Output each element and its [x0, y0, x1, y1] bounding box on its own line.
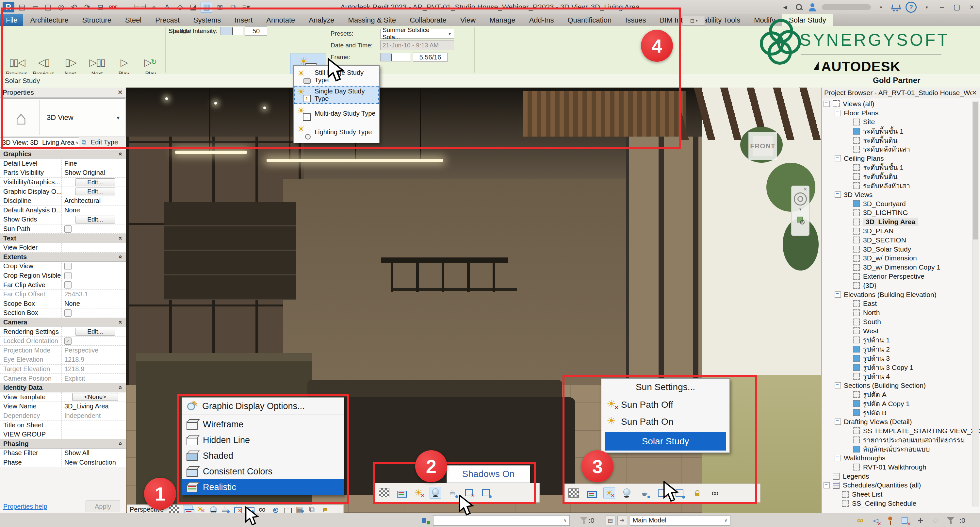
- tree-item[interactable]: รูปด้าน 1: [822, 336, 969, 345]
- property-row[interactable]: Section Box: [0, 309, 126, 318]
- filter-icon[interactable]: [945, 514, 956, 526]
- visual-style-icon[interactable]: [183, 505, 193, 514]
- select-elements-by-face-icon[interactable]: [900, 514, 912, 526]
- tree-item[interactable]: รูปด้าน 3: [822, 353, 969, 363]
- tree-expander-icon[interactable]: [835, 110, 841, 116]
- tree-item[interactable]: ระดับพื้นดิน: [822, 135, 969, 145]
- temporary-hide-isolate-icon[interactable]: [270, 505, 280, 514]
- tree-item[interactable]: ระดับพื้นดิน: [822, 172, 969, 181]
- tree-floor-plans[interactable]: Floor Plans: [822, 108, 969, 118]
- property-row[interactable]: Rendering Settings Edit...Edit...: [0, 327, 126, 336]
- close-button[interactable]: ×: [967, 2, 977, 12]
- displaced-elements-icon[interactable]: [307, 505, 317, 514]
- checkbox[interactable]: [64, 225, 72, 232]
- edit-button[interactable]: Edit...: [75, 188, 115, 195]
- tree-3d-living-area[interactable]: 3D_Living Area: [822, 217, 969, 226]
- help-dropdown-icon[interactable]: ▾: [922, 2, 932, 12]
- tree-ceiling-plans[interactable]: Ceiling Plans: [822, 154, 969, 163]
- properties-help-link[interactable]: Properties help: [3, 503, 86, 510]
- show-rendering-dialog-icon[interactable]: [220, 505, 230, 514]
- tree-views-all[interactable]: Views (all): [822, 99, 969, 108]
- property-row[interactable]: Locked Orientation: [0, 336, 126, 346]
- background-processes-icon[interactable]: [930, 514, 942, 526]
- property-row[interactable]: Visibility/Graphics... Edit...Edit...: [0, 178, 126, 187]
- select-underlay-elements-icon[interactable]: [870, 514, 881, 526]
- reveal-constraints-icon[interactable]: [320, 505, 329, 514]
- tree-expander-icon[interactable]: [824, 100, 830, 107]
- steering-wheel-icon[interactable]: [794, 193, 807, 205]
- tree-item[interactable]: SS TEMPLATE_STARTING VIEW_2021: [822, 427, 969, 436]
- account-icon[interactable]: [808, 3, 817, 11]
- minimize-button[interactable]: –: [937, 2, 947, 12]
- edit-button[interactable]: <None>: [72, 393, 119, 401]
- property-row[interactable]: Graphics: [0, 150, 126, 159]
- tree-walkthroughs[interactable]: Walkthroughs: [822, 454, 969, 463]
- property-row[interactable]: Extents: [0, 253, 126, 262]
- tree-item[interactable]: 3D_w/ Dimension: [822, 254, 969, 263]
- checkbox[interactable]: [64, 281, 72, 288]
- property-row[interactable]: Projection Mode PerspectivePerspective: [0, 345, 126, 355]
- account-dropdown-icon[interactable]: ▾: [876, 2, 886, 12]
- collapse-chevron-icon[interactable]: [116, 386, 124, 390]
- chevron-down-icon[interactable]: ▾: [799, 207, 802, 212]
- restore-button[interactable]: ▢: [952, 2, 962, 12]
- tree-item[interactable]: East: [822, 299, 969, 309]
- property-row[interactable]: Graphic Display O... Edit...Edit...: [0, 187, 126, 196]
- tree-expander-icon[interactable]: [824, 482, 830, 489]
- tree-item[interactable]: South: [822, 317, 969, 326]
- tree-item[interactable]: รูปตัด A Copy 1: [822, 399, 969, 408]
- property-row[interactable]: Discipline ArchitecturalArchitectural: [0, 196, 126, 206]
- design-options-icon[interactable]: ▤: [606, 516, 616, 525]
- property-row[interactable]: Phase Filter Show AllShow All: [0, 449, 126, 458]
- tree-item[interactable]: Sheet List: [822, 490, 969, 499]
- scrollbar[interactable]: [972, 100, 979, 506]
- tree-item[interactable]: Exterior Perspective: [822, 272, 969, 281]
- search-icon[interactable]: [795, 3, 803, 11]
- tree-item[interactable]: รูปตัด A: [822, 390, 969, 399]
- render-region-icon[interactable]: [282, 505, 292, 514]
- tree-item[interactable]: 3D_Solar Study: [822, 245, 969, 254]
- property-row[interactable]: Sun Path: [0, 224, 126, 234]
- tree-item[interactable]: Site: [822, 118, 969, 127]
- property-row[interactable]: Eye Elevation 1218.91218.9: [0, 355, 126, 365]
- tree-item[interactable]: ระดับหลังหัวเสา: [822, 181, 969, 190]
- property-row[interactable]: View Template <None><None>: [0, 392, 126, 402]
- worksharing-display-icon[interactable]: [295, 505, 304, 514]
- collapse-arrow-icon[interactable]: ◂: [780, 2, 790, 12]
- select-links-icon[interactable]: [854, 514, 866, 526]
- property-row[interactable]: Title on Sheet: [0, 420, 126, 430]
- checkbox[interactable]: [64, 309, 72, 317]
- collapse-chevron-icon[interactable]: [116, 152, 124, 156]
- tree-expander-icon[interactable]: [835, 191, 841, 197]
- tree-item[interactable]: รูปตัด B: [822, 408, 969, 417]
- tree-item[interactable]: รายการประกอบแบบสถาปัตยกรรม: [822, 435, 969, 444]
- property-row[interactable]: Far Clip Active: [0, 280, 126, 290]
- tree-schedules[interactable]: Schedules/Quantities (all): [822, 481, 969, 490]
- drag-elements-on-selection-icon[interactable]: [915, 514, 926, 526]
- edit-button[interactable]: Edit...: [75, 216, 115, 223]
- tree-item[interactable]: North: [822, 308, 969, 317]
- tree-item[interactable]: รูปด้าน 3 Copy 1: [822, 363, 969, 372]
- property-row[interactable]: Parts Visibility Show OriginalShow Origi…: [0, 168, 126, 178]
- property-row[interactable]: Camera Position ExplicitExplicit: [0, 374, 126, 383]
- viewcube-front-face[interactable]: FRONT: [752, 136, 773, 156]
- property-row[interactable]: View Name 3D_Living Area3D_Living Area: [0, 402, 126, 411]
- collapse-chevron-icon[interactable]: [116, 237, 124, 240]
- checkbox[interactable]: [64, 263, 72, 270]
- property-row[interactable]: Far Clip Offset 25453.125453.1: [0, 290, 126, 299]
- tree-item[interactable]: RVT-01 Walkthrough: [822, 463, 969, 472]
- tree-expander-icon[interactable]: [835, 155, 841, 161]
- tree-item[interactable]: 3D_PLAN: [822, 226, 969, 236]
- scrollbar-thumb[interactable]: [973, 102, 978, 239]
- property-row[interactable]: Target Elevation 1218.91218.9: [0, 365, 126, 374]
- property-row[interactable]: Default Analysis D... NoneNone: [0, 206, 126, 215]
- zoom-icon[interactable]: [796, 216, 805, 224]
- crop-view-icon[interactable]: [232, 505, 242, 514]
- collapse-chevron-icon[interactable]: [116, 442, 124, 446]
- property-row[interactable]: Identity Data: [0, 383, 126, 393]
- tree-3d-views[interactable]: 3D Views: [822, 190, 969, 199]
- tree-item[interactable]: 3D_w/ Dimension Copy 1: [822, 263, 969, 272]
- tree-item[interactable]: SS_Ceiling Schedule: [822, 499, 969, 508]
- property-row[interactable]: Crop View: [0, 262, 126, 271]
- property-row[interactable]: Dependency IndependentIndependent: [0, 411, 126, 421]
